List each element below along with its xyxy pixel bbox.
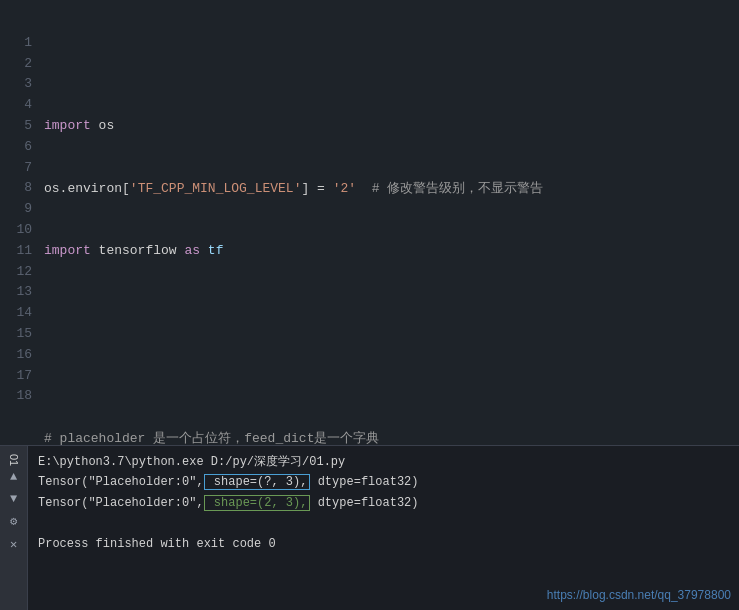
- code-line-2: os.environ['TF_CPP_MIN_LOG_LEVEL'] = '2'…: [44, 179, 727, 200]
- terminal-sidebar: 01 ▲ ▼ ⚙ ✕: [0, 446, 28, 610]
- terminal-area: 01 ▲ ▼ ⚙ ✕ E:\python3.7\python.exe D:/py…: [0, 445, 739, 610]
- code-line-1: import os: [44, 116, 727, 137]
- close-terminal-icon[interactable]: ✕: [10, 537, 17, 552]
- settings-icon[interactable]: ⚙: [10, 514, 17, 529]
- code-line-3: import tensorflow as tf: [44, 241, 727, 262]
- term-line-1: E:\python3.7\python.exe D:/py/深度学习/01.py: [38, 452, 729, 472]
- term-line-4: [38, 513, 729, 533]
- terminal-tab-label: 01: [8, 454, 20, 466]
- scroll-down-icon[interactable]: ▼: [10, 492, 17, 506]
- editor-area: 1 2 3 4 5 6 7 8 9 10 11 12 13 14 15 16 1…: [0, 0, 739, 445]
- term-line-5: Process finished with exit code 0: [38, 534, 729, 554]
- terminal-output: E:\python3.7\python.exe D:/py/深度学习/01.py…: [28, 446, 739, 560]
- scroll-up-icon[interactable]: ▲: [10, 470, 17, 484]
- code-line-6: # placeholder 是一个占位符，feed_dict是一个字典: [44, 429, 727, 445]
- terminal-content-wrapper: E:\python3.7\python.exe D:/py/深度学习/01.py…: [28, 446, 739, 610]
- term-line-2: Tensor("Placeholder:0", shape=(?, 3), dt…: [38, 472, 729, 492]
- watermark: https://blog.csdn.net/qq_37978800: [547, 588, 731, 602]
- code-content: import os os.environ['TF_CPP_MIN_LOG_LEV…: [40, 0, 739, 445]
- term-line-3: Tensor("Placeholder:0", shape=(2, 3), dt…: [38, 493, 729, 513]
- line-numbers: 1 2 3 4 5 6 7 8 9 10 11 12 13 14 15 16 1…: [0, 0, 40, 445]
- main-container: 1 2 3 4 5 6 7 8 9 10 11 12 13 14 15 16 1…: [0, 0, 739, 610]
